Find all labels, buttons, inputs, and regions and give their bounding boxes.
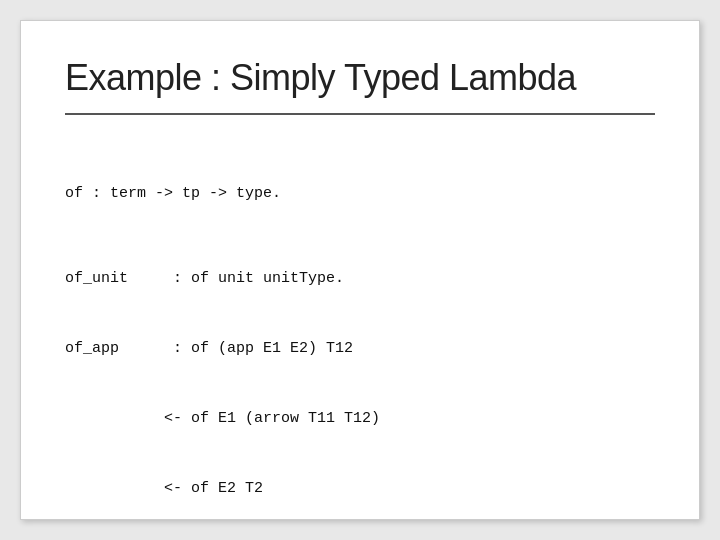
slide: Example : Simply Typed Lambda of : term … xyxy=(20,20,700,520)
title-divider xyxy=(65,113,655,115)
code-content: of : term -> tp -> type. of_unit : of un… xyxy=(65,135,655,540)
code-line-1: of_unit : of unit unitType. xyxy=(65,267,655,290)
code-line-4: <- of E2 T2 xyxy=(65,477,655,500)
code-line-3: <- of E1 (arrow T11 T12) xyxy=(65,407,655,430)
signature-line: of : term -> tp -> type. xyxy=(65,182,655,205)
slide-title: Example : Simply Typed Lambda xyxy=(65,57,655,99)
code-line-2: of_app : of (app E1 E2) T12 xyxy=(65,337,655,360)
